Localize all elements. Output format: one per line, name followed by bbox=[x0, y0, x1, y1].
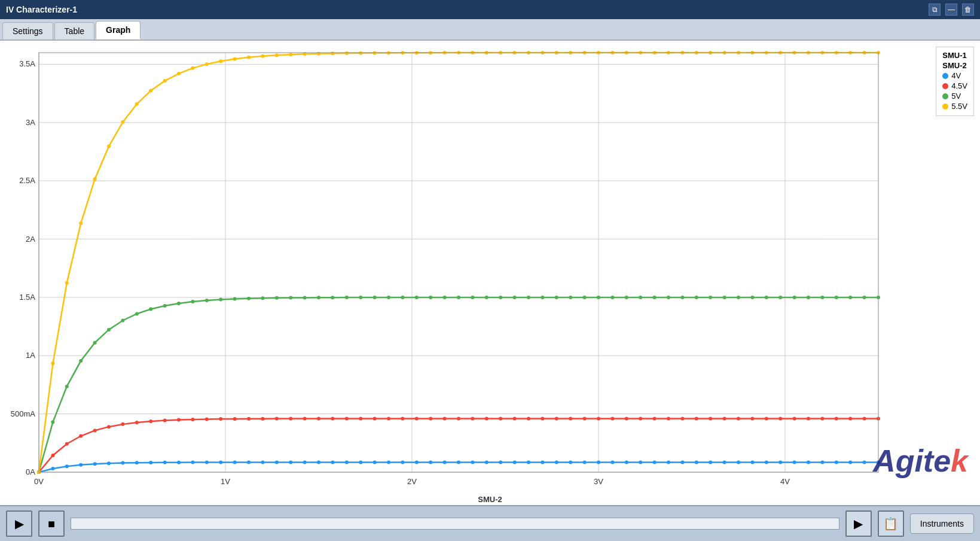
tab-graph[interactable]: Graph bbox=[96, 21, 141, 39]
tab-settings[interactable]: Settings bbox=[2, 22, 53, 39]
close-btn[interactable]: 🗑 bbox=[962, 4, 974, 16]
external-btn[interactable]: ⧉ bbox=[929, 4, 941, 16]
legend-item-45v: 4.5V bbox=[942, 81, 967, 90]
titlebar: IV Characterizer-1 ⧉ — 🗑 bbox=[0, 0, 980, 19]
legend-item-5v: 5V bbox=[942, 92, 967, 101]
legend-label-55v: 5.5V bbox=[951, 102, 967, 111]
watermark: Agitek bbox=[873, 443, 968, 479]
minimize-btn[interactable]: — bbox=[945, 4, 957, 16]
legend-dot-5v bbox=[942, 93, 948, 99]
tabbar: Settings Table Graph bbox=[0, 19, 980, 41]
clipboard-button[interactable]: 📋 bbox=[878, 510, 904, 537]
legend-item-4v: 4V bbox=[942, 71, 967, 80]
legend-label-5v: 5V bbox=[951, 92, 961, 101]
titlebar-controls: ⧉ — 🗑 bbox=[929, 4, 974, 16]
stop-button[interactable]: ■ bbox=[38, 510, 65, 537]
chart-canvas bbox=[0, 41, 980, 505]
chart-area: SMU-1 SMU-2 4V 4.5V 5V 5.5V SMU-2 Agitek bbox=[0, 41, 980, 505]
bottom-toolbar: ▶ ■ ▶ 📋 Instruments bbox=[0, 505, 980, 541]
legend-dot-55v bbox=[942, 104, 948, 110]
play-button[interactable]: ▶ bbox=[6, 510, 32, 537]
legend-dot-45v bbox=[942, 83, 948, 89]
window-title: IV Characterizer-1 bbox=[6, 5, 77, 14]
legend-label-4v: 4V bbox=[951, 71, 961, 80]
play2-button[interactable]: ▶ bbox=[845, 510, 872, 537]
chart-legend: SMU-1 SMU-2 4V 4.5V 5V 5.5V bbox=[936, 47, 974, 116]
x-axis-label: SMU-2 bbox=[478, 495, 502, 504]
legend-group1: SMU-1 bbox=[942, 51, 967, 60]
tab-table[interactable]: Table bbox=[54, 22, 94, 39]
instruments-button[interactable]: Instruments bbox=[910, 513, 974, 534]
legend-item-55v: 5.5V bbox=[942, 102, 967, 111]
progress-bar bbox=[71, 518, 839, 530]
legend-group2: SMU-2 bbox=[942, 61, 967, 70]
legend-label-45v: 4.5V bbox=[951, 81, 967, 90]
legend-dot-4v bbox=[942, 73, 948, 79]
